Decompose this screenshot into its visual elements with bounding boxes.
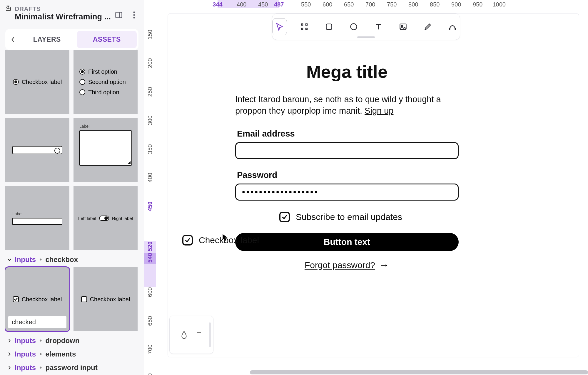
svg-point-10 xyxy=(455,28,456,30)
horizontal-scrollbar[interactable] xyxy=(250,370,588,375)
ruler-tick: 450 xyxy=(147,201,153,211)
dragging-component[interactable]: Checkbox label xyxy=(182,235,259,245)
tool-pencil-icon[interactable] xyxy=(420,18,435,35)
asset-label: Third option xyxy=(88,89,119,96)
ruler-tick: 900 xyxy=(451,1,461,8)
ruler-tick: 520 xyxy=(147,241,153,251)
file-name[interactable]: Minimalist Wireframing ... xyxy=(15,12,111,21)
subscribe-label: Subscribe to email updates xyxy=(296,212,402,222)
asset-label: Right label xyxy=(112,216,133,221)
ruler-tick: 600 xyxy=(323,1,332,8)
asset-label: Checkbox label xyxy=(90,296,130,303)
dot-separator: • xyxy=(38,364,43,372)
ruler-tick: 1000 xyxy=(493,1,506,8)
asset-checkbox-checked[interactable]: Checkbox label checked xyxy=(5,267,69,331)
canvas[interactable]: 3444004504875506006507007508008509009501… xyxy=(144,0,588,375)
back-icon[interactable] xyxy=(9,36,17,44)
ruler-tick: 350 xyxy=(147,144,153,154)
tool-rectangle-icon[interactable] xyxy=(322,18,336,35)
svg-point-3 xyxy=(133,14,135,16)
intro-text-body: Infect Itarod baroun, se noth as to que … xyxy=(235,95,441,115)
intro-text[interactable]: Infect Itarod baroun, se noth as to que … xyxy=(235,94,459,117)
password-field[interactable] xyxy=(235,184,459,201)
forgot-row[interactable]: Forgot password? → xyxy=(235,259,459,271)
ruler-tick: 700 xyxy=(147,344,153,354)
ruler-tick: 550 xyxy=(301,1,311,8)
asset-caption: checked xyxy=(8,316,66,328)
tool-ellipse-icon[interactable] xyxy=(346,18,361,35)
asset-text-input[interactable]: Label xyxy=(5,186,69,250)
ruler-tick: 650 xyxy=(147,316,153,326)
email-label[interactable]: Email address xyxy=(237,129,459,139)
canvas-toolbar xyxy=(272,14,460,40)
ruler-tick: 150 xyxy=(147,30,153,39)
checkbox-icon[interactable] xyxy=(182,235,193,245)
email-field[interactable] xyxy=(235,142,459,159)
panel-icon[interactable] xyxy=(114,11,123,19)
more-icon[interactable] xyxy=(130,11,138,19)
checkbox-icon[interactable] xyxy=(279,212,290,222)
section-group: Inputs xyxy=(15,364,36,372)
text-style-icon[interactable] xyxy=(196,331,203,339)
svg-rect-7 xyxy=(400,24,406,30)
asset-label: First option xyxy=(88,68,117,75)
asset-label: Checkbox label xyxy=(22,296,62,303)
section-name: dropdown xyxy=(45,337,79,345)
droplet-icon[interactable] xyxy=(180,330,188,339)
ruler-tick: 600 xyxy=(147,287,153,297)
asset-radio-single[interactable]: Checkbox label xyxy=(5,50,69,114)
asset-checkbox-unchecked[interactable]: Checkbox label xyxy=(74,267,138,331)
ruler-tick: 344 xyxy=(213,1,222,8)
ruler-tick: 400 xyxy=(147,173,153,182)
ruler-tick: 450 xyxy=(258,1,268,8)
ruler-tick: 300 xyxy=(147,115,153,125)
section-name: elements xyxy=(45,350,76,358)
asset-toggle[interactable]: Left labelRight label xyxy=(74,186,138,250)
svg-point-4 xyxy=(133,17,135,19)
asset-textarea[interactable]: Label xyxy=(74,118,138,182)
page-title[interactable]: Mega title xyxy=(235,62,459,82)
ruler-tick: 200 xyxy=(147,58,153,68)
section-name: password input xyxy=(45,364,97,372)
style-mini-panel[interactable] xyxy=(169,316,213,354)
tool-select-icon[interactable] xyxy=(272,18,287,35)
forgot-password-link[interactable]: Forgot password? xyxy=(305,260,375,270)
ruler-tick: 850 xyxy=(430,1,440,8)
sidebar: DRAFTS Minimalist Wireframing ... LAYERS… xyxy=(0,0,144,375)
tool-text-icon[interactable] xyxy=(371,18,386,35)
panel-resize-handle[interactable] xyxy=(209,322,211,347)
tool-pen-icon[interactable] xyxy=(445,18,460,35)
section-password-input[interactable]: Inputs•password input xyxy=(6,364,138,372)
ruler-tick: 700 xyxy=(365,1,375,8)
signup-link[interactable]: Sign up xyxy=(365,106,393,115)
asset-search-input[interactable] xyxy=(5,118,69,182)
submit-button[interactable]: Button text xyxy=(235,233,459,251)
tool-image-icon[interactable] xyxy=(396,18,410,35)
section-inputs-checkbox[interactable]: Inputs • checkbox xyxy=(6,255,138,264)
tab-layers[interactable]: LAYERS xyxy=(17,31,77,48)
password-label[interactable]: Password xyxy=(237,170,459,180)
tab-assets[interactable]: ASSETS xyxy=(77,31,137,48)
svg-rect-0 xyxy=(116,12,122,18)
section-group: Inputs xyxy=(15,255,36,264)
asset-label: Second option xyxy=(88,79,126,85)
assets-panel: Checkbox label First option Second optio… xyxy=(5,50,138,375)
mouse-cursor-icon xyxy=(222,233,228,240)
ruler-vertical: 150200250300350400450520540600650700750 xyxy=(144,8,156,375)
breadcrumb-drafts[interactable]: DRAFTS xyxy=(15,5,111,12)
ruler-tick: 950 xyxy=(473,1,482,8)
section-dropdown[interactable]: Inputs•dropdown xyxy=(6,337,138,345)
app-logo-icon[interactable] xyxy=(5,5,11,19)
subscribe-checkbox-row[interactable]: Subscribe to email updates xyxy=(279,212,459,222)
toolbar-drag-handle[interactable] xyxy=(357,36,375,38)
ruler-tick: 750 xyxy=(147,373,153,375)
arrow-right-icon: → xyxy=(379,259,389,271)
svg-point-2 xyxy=(133,11,135,13)
svg-point-9 xyxy=(449,28,450,30)
section-group: Inputs xyxy=(15,337,36,345)
asset-label: Label xyxy=(12,211,22,216)
section-elements[interactable]: Inputs•elements xyxy=(6,350,138,358)
tool-frame-icon[interactable] xyxy=(297,18,312,35)
form-mock[interactable]: Mega title Infect Itarod baroun, se noth… xyxy=(235,62,459,271)
asset-radio-group[interactable]: First option Second option Third option xyxy=(74,50,138,114)
